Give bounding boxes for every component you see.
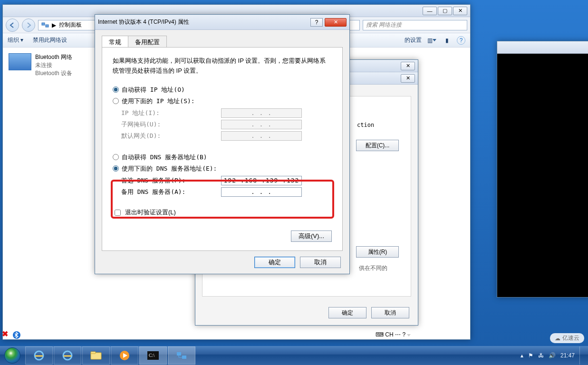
radio-manual-ip-input[interactable] — [113, 98, 119, 104]
ime-lang-label: CH — [385, 331, 393, 338]
truncated-text: ction — [357, 122, 374, 128]
ime-menu-icon[interactable]: ⋯ — [395, 331, 401, 338]
note-text: 供在不同的 — [359, 264, 387, 272]
radio-manual-dns-input[interactable] — [113, 165, 119, 172]
console-titlebar[interactable]: — ▢ ✕ — [497, 41, 588, 54]
view-menu[interactable]: ▥ — [426, 35, 437, 46]
wmp-icon — [119, 350, 130, 361]
configure-button[interactable]: 配置(C)... — [356, 140, 399, 151]
search-input[interactable]: 搜索 网络连接 — [363, 20, 467, 30]
cancel-button[interactable]: 取消 — [371, 307, 409, 318]
input-dns2[interactable]: . . . — [221, 187, 302, 197]
label-gateway: 默认网关(D): — [121, 132, 221, 140]
taskbar-item-ie[interactable] — [25, 346, 53, 365]
label-dns2: 备用 DNS 服务器(A): — [121, 188, 221, 196]
watermark-text: 亿速云 — [562, 334, 579, 342]
tray-volume-icon[interactable]: 🔊 — [549, 352, 556, 359]
clock-time: 21:47 — [560, 352, 575, 359]
input-ip: . . . — [221, 108, 302, 118]
taskbar-item-network[interactable] — [168, 346, 195, 365]
radio-auto-ip-input[interactable] — [113, 86, 119, 93]
keyboard-icon: ⌨ — [376, 331, 384, 338]
svg-rect-0 — [42, 23, 45, 25]
start-button[interactable] — [0, 346, 25, 365]
taskbar: C:\ ▴ ⚑ 🖧 🔊 21:47 — [0, 346, 588, 365]
row-dns2: 备用 DNS 服务器(A): . . . — [121, 187, 332, 197]
radio-auto-dns[interactable]: 自动获得 DNS 服务器地址(B) — [113, 153, 332, 162]
folder-icon — [90, 351, 102, 360]
settings-label-suffix: 的设置 — [405, 36, 422, 44]
chevron-down-icon[interactable] — [407, 334, 411, 336]
radio-manual-dns[interactable]: 使用下面的 DNS 服务器地址(E): — [113, 164, 332, 173]
cancel-button[interactable]: 取消 — [300, 257, 341, 268]
ok-button[interactable]: 确定 — [254, 257, 295, 268]
radio-manual-ip[interactable]: 使用下面的 IP 地址(S): — [113, 97, 332, 106]
organize-menu[interactable]: 组织 ▾ — [8, 36, 23, 44]
ok-button[interactable]: 确定 — [328, 307, 366, 318]
input-mask: . . . — [221, 120, 302, 129]
show-desktop-button[interactable] — [579, 346, 584, 365]
radio-manual-ip-label: 使用下面的 IP 地址(S): — [122, 97, 195, 106]
ipv4-titlebar[interactable]: Internet 协议版本 4 (TCP/IPv4) 属性 ? ✕ — [95, 15, 349, 30]
arrow-left-icon — [9, 22, 16, 29]
taskbar-item-cmd[interactable]: C:\ — [139, 346, 167, 365]
radio-manual-dns-label: 使用下面的 DNS 服务器地址(E): — [122, 164, 217, 173]
row-ip: IP 地址(I): . . . — [121, 108, 332, 118]
help-button[interactable]: ? — [457, 36, 465, 45]
help-button[interactable]: ? — [310, 18, 323, 27]
close-button[interactable]: ✕ — [401, 62, 415, 70]
radio-auto-dns-input[interactable] — [113, 154, 119, 160]
svg-rect-11 — [177, 352, 181, 355]
windows-orb-icon — [4, 347, 20, 364]
tray-network-icon[interactable]: 🖧 — [538, 352, 544, 359]
input-gateway: . . . — [221, 131, 302, 141]
disable-device-link[interactable]: 禁用此网络设 — [33, 36, 67, 44]
properties-button[interactable]: 属性(R) — [356, 246, 399, 258]
ime-help-icon[interactable]: ? — [402, 331, 405, 338]
radio-auto-ip[interactable]: 自动获得 IP 地址(O) — [113, 86, 332, 94]
svg-rect-1 — [46, 25, 48, 27]
ie-icon — [33, 350, 45, 361]
back-button[interactable] — [6, 19, 19, 32]
taskbar-item-explorer[interactable] — [82, 346, 110, 365]
cloud-icon: ☁ — [555, 335, 560, 342]
svg-text:C:\: C:\ — [149, 353, 154, 358]
row-mask: 子网掩码(U): . . . — [121, 120, 332, 129]
connection-item-bluetooth[interactable]: ✖ Bluetooth 网络 未连接 Bluetooth 设备 — [3, 48, 78, 339]
network-panel-icon — [176, 351, 187, 360]
bluetooth-icon — [12, 331, 21, 339]
minimize-button[interactable]: — — [423, 7, 437, 15]
description-text: 如果网络支持此功能，则可以获取自动指派的 IP 设置。否则，您需要从网络系统管理… — [113, 56, 332, 76]
taskbar-item-media[interactable] — [111, 346, 138, 365]
checkbox-validate[interactable]: 退出时验证设置(L) — [113, 208, 332, 217]
radio-auto-ip-label: 自动获得 IP 地址(O) — [122, 86, 185, 94]
taskbar-item-ie2[interactable] — [54, 346, 81, 365]
ipv4-properties-dialog: Internet 协议版本 4 (TCP/IPv4) 属性 ? ✕ 常规 备用配… — [95, 14, 350, 274]
adapter-icon — [9, 53, 31, 70]
close-button[interactable]: ✕ — [401, 74, 415, 83]
system-tray: ▴ ⚑ 🖧 🔊 21:47 — [517, 346, 588, 365]
label-ip: IP 地址(I): — [121, 109, 221, 117]
general-panel: 如果网络支持此功能，则可以获取自动指派的 IP 设置。否则，您需要从网络系统管理… — [102, 47, 343, 251]
input-dns1[interactable]: 192 .168 .139 .132 — [221, 176, 302, 185]
close-button[interactable]: ✕ — [453, 7, 467, 15]
label-dns1: 首选 DNS 服务器(P): — [121, 176, 221, 185]
terminal-icon: C:\ — [147, 351, 159, 360]
dialog-title: Internet 协议版本 4 (TCP/IPv4) 属性 — [98, 18, 310, 26]
breadcrumb-arrow: ▶ — [52, 22, 56, 29]
maximize-button[interactable]: ▢ — [438, 7, 452, 15]
advanced-button[interactable]: 高级(V)... — [291, 231, 332, 242]
preview-pane-button[interactable]: ▮ — [442, 35, 452, 46]
breadcrumb-text: 控制面板 — [59, 21, 82, 29]
tray-flag-icon[interactable]: ⚑ — [528, 352, 533, 359]
close-button[interactable]: ✕ — [325, 18, 347, 27]
tray-show-hidden-icon[interactable]: ▴ — [521, 352, 523, 359]
ime-language-bar[interactable]: ⌨ CH ⋯ ? — [376, 331, 411, 338]
console-window: — ▢ ✕ — [497, 41, 588, 298]
checkbox-validate-label: 退出时验证设置(L) — [125, 208, 176, 217]
forward-button[interactable] — [22, 19, 35, 32]
arrow-right-icon — [25, 22, 32, 29]
checkbox-validate-input[interactable] — [115, 210, 121, 216]
taskbar-clock[interactable]: 21:47 — [560, 352, 575, 359]
row-dns1: 首选 DNS 服务器(P): 192 .168 .139 .132 — [121, 176, 332, 185]
